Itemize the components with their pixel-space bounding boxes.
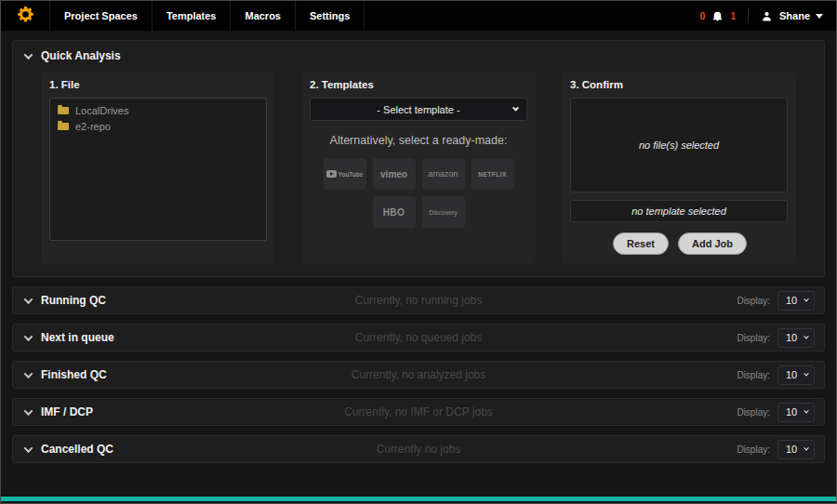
- chevron-down-icon: [24, 295, 33, 304]
- file-tree[interactable]: LocalDrives e2-repo: [49, 98, 267, 241]
- display-label: Display:: [737, 333, 770, 343]
- chevron-down-icon: [24, 369, 33, 378]
- display-count-value: 10: [786, 332, 797, 343]
- display-count-select[interactable]: 10: [777, 403, 815, 422]
- file-tree-item-label: e2-repo: [75, 121, 111, 132]
- nav-settings[interactable]: Settings: [296, 1, 365, 31]
- user-name: Shane: [779, 10, 810, 21]
- display-count-value: 10: [786, 444, 797, 455]
- section-header[interactable]: Cancelled QC: [13, 443, 113, 456]
- file-tree-item[interactable]: LocalDrives: [58, 105, 259, 116]
- brand-amazon-button[interactable]: amazon: [422, 158, 465, 190]
- navbar-divider: [748, 8, 749, 23]
- templates-panel-title: 2. Templates: [310, 79, 527, 90]
- template-select[interactable]: - Select template -: [310, 98, 527, 121]
- brand-discovery-button[interactable]: Discovery: [422, 196, 465, 228]
- brand-netflix-button[interactable]: NETFLIX: [472, 158, 514, 190]
- section-status: Currently no jobs: [377, 443, 461, 456]
- display-label: Display:: [737, 370, 770, 380]
- bell-icon[interactable]: [711, 9, 724, 22]
- section-status: Currently, no running jobs: [355, 294, 483, 307]
- top-navbar: Project Spaces Templates Macros Settings…: [1, 1, 836, 31]
- section-title: Running QC: [41, 294, 106, 307]
- notification-count-badge: 1: [730, 11, 736, 21]
- display-label: Display:: [737, 407, 770, 418]
- file-tree-item-label: LocalDrives: [75, 105, 128, 116]
- chevron-down-icon: [24, 332, 33, 341]
- display-count-select[interactable]: 10: [777, 365, 815, 385]
- display-count-select[interactable]: 10: [777, 440, 815, 459]
- confirm-panel: 3. Confirm no file(s) selected no templa…: [562, 72, 796, 264]
- section-finished-qc: Finished QC Currently, no analyzed jobs …: [12, 361, 825, 389]
- section-title: Cancelled QC: [41, 443, 113, 456]
- chevron-down-icon: [804, 371, 809, 377]
- navbar-right: 0 1 Shane: [700, 1, 836, 31]
- section-display: Display: 10: [737, 365, 824, 385]
- caret-down-icon: [816, 14, 823, 19]
- display-label: Display:: [737, 296, 770, 306]
- section-display: Display: 10: [737, 403, 824, 422]
- file-panel: 1. File LocalDrives e2-repo: [41, 72, 275, 264]
- add-job-button[interactable]: Add Job: [678, 232, 747, 255]
- nav-templates[interactable]: Templates: [153, 1, 232, 31]
- section-header[interactable]: Next in queue: [13, 331, 114, 344]
- section-header[interactable]: IMF / DCP: [13, 405, 93, 418]
- chevron-down-icon: [24, 50, 33, 60]
- nav-project-spaces[interactable]: Project Spaces: [49, 1, 153, 31]
- brand-label: YouTube: [339, 171, 364, 178]
- display-label: Display:: [737, 444, 770, 455]
- section-title: Finished QC: [41, 368, 107, 381]
- youtube-play-icon: [326, 170, 337, 178]
- chevron-down-icon: [804, 445, 809, 451]
- section-title: IMF / DCP: [41, 405, 93, 418]
- display-count-value: 10: [786, 295, 797, 306]
- brand-youtube-button[interactable]: YouTube: [324, 158, 366, 190]
- app-logo[interactable]: [1, 1, 49, 31]
- section-status: Currently, no queued jobs: [355, 331, 483, 344]
- templates-panel: 2. Templates - Select template - Alterna…: [301, 72, 536, 264]
- chevron-down-icon: [804, 297, 809, 302]
- confirm-panel-title: 3. Confirm: [570, 79, 788, 90]
- file-tree-item[interactable]: e2-repo: [58, 121, 259, 132]
- footer-accent-bar: [1, 497, 836, 501]
- quick-analysis-title: Quick Analysis: [41, 49, 121, 62]
- no-template-placeholder: no template selected: [631, 206, 726, 217]
- reset-button[interactable]: Reset: [613, 232, 669, 255]
- quick-analysis-body: 1. File LocalDrives e2-repo 2. Templates…: [13, 72, 824, 264]
- section-imf-dcp: IMF / DCP Currently, no IMF or DCP jobs …: [12, 398, 825, 426]
- main-content: Quick Analysis 1. File LocalDrives e2-re…: [1, 31, 836, 472]
- quick-analysis-panel: Quick Analysis 1. File LocalDrives e2-re…: [12, 40, 825, 277]
- section-status: Currently, no analyzed jobs: [352, 368, 486, 381]
- brand-vimeo-button[interactable]: vimeo: [373, 158, 416, 190]
- section-next-in-queue: Next in queue Currently, no queued jobs …: [12, 324, 825, 351]
- display-count-value: 10: [786, 369, 797, 380]
- section-display: Display: 10: [737, 328, 824, 348]
- chevron-down-icon: [24, 444, 33, 453]
- folder-icon: [58, 107, 69, 114]
- quick-analysis-header[interactable]: Quick Analysis: [13, 41, 824, 72]
- section-display: Display: 10: [737, 291, 824, 311]
- chevron-down-icon: [804, 408, 809, 414]
- folder-icon: [58, 123, 69, 130]
- file-panel-title: 1. File: [49, 79, 267, 90]
- section-header[interactable]: Finished QC: [13, 368, 107, 381]
- main-menu: Project Spaces Templates Macros Settings: [49, 1, 365, 31]
- section-header[interactable]: Running QC: [13, 294, 106, 307]
- display-count-select[interactable]: 10: [777, 291, 815, 311]
- chevron-down-icon: [24, 406, 33, 416]
- confirm-actions: Reset Add Job: [570, 232, 788, 255]
- no-files-placeholder: no file(s) selected: [639, 139, 719, 151]
- brand-grid: YouTube vimeo amazon NETFLIX HBO Discove…: [321, 158, 516, 228]
- section-title: Next in queue: [41, 331, 114, 344]
- chevron-down-icon: [512, 105, 519, 112]
- nav-macros[interactable]: Macros: [231, 1, 296, 31]
- section-status: Currently, no IMF or DCP jobs: [344, 405, 493, 418]
- gear-icon: [17, 6, 34, 27]
- alert-count-badge[interactable]: 0: [700, 11, 706, 21]
- user-menu[interactable]: Shane: [779, 10, 823, 21]
- section-display: Display: 10: [737, 440, 824, 459]
- section-running-qc: Running QC Currently, no running jobs Di…: [12, 286, 825, 314]
- brand-hbo-button[interactable]: HBO: [373, 196, 416, 228]
- display-count-select[interactable]: 10: [777, 328, 815, 348]
- display-count-value: 10: [786, 406, 797, 418]
